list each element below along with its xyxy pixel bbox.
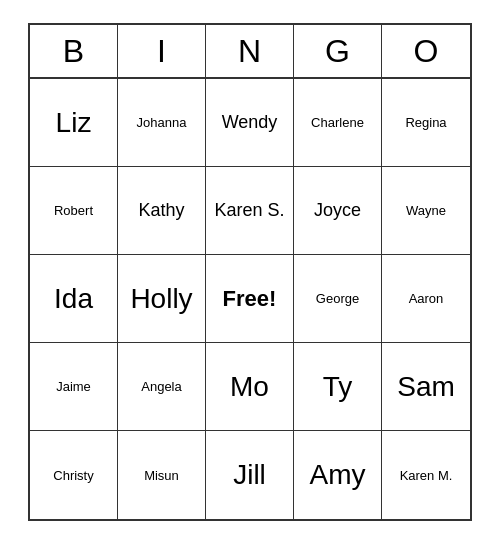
header-letter-i: I [118, 25, 206, 77]
cell-r2-c2: Free! [206, 255, 294, 343]
cell-r2-c3: George [294, 255, 382, 343]
cell-r1-c1: Kathy [118, 167, 206, 255]
header-letter-o: O [382, 25, 470, 77]
cell-r0-c3: Charlene [294, 79, 382, 167]
cell-r3-c0: Jaime [30, 343, 118, 431]
cell-r1-c0: Robert [30, 167, 118, 255]
cell-r2-c1: Holly [118, 255, 206, 343]
bingo-card: BINGO LizJohannaWendyCharleneReginaRober… [28, 23, 472, 521]
cell-r0-c4: Regina [382, 79, 470, 167]
cell-r4-c4: Karen M. [382, 431, 470, 519]
bingo-grid: LizJohannaWendyCharleneReginaRobertKathy… [30, 79, 470, 519]
cell-r3-c1: Angela [118, 343, 206, 431]
cell-r3-c2: Mo [206, 343, 294, 431]
cell-r2-c0: Ida [30, 255, 118, 343]
cell-r4-c3: Amy [294, 431, 382, 519]
cell-r3-c3: Ty [294, 343, 382, 431]
cell-r4-c2: Jill [206, 431, 294, 519]
cell-r0-c2: Wendy [206, 79, 294, 167]
cell-r4-c0: Christy [30, 431, 118, 519]
cell-r1-c3: Joyce [294, 167, 382, 255]
cell-r3-c4: Sam [382, 343, 470, 431]
bingo-header: BINGO [30, 25, 470, 79]
header-letter-g: G [294, 25, 382, 77]
header-letter-b: B [30, 25, 118, 77]
cell-r1-c4: Wayne [382, 167, 470, 255]
cell-r0-c1: Johanna [118, 79, 206, 167]
cell-r4-c1: Misun [118, 431, 206, 519]
header-letter-n: N [206, 25, 294, 77]
cell-r1-c2: Karen S. [206, 167, 294, 255]
cell-r2-c4: Aaron [382, 255, 470, 343]
cell-r0-c0: Liz [30, 79, 118, 167]
